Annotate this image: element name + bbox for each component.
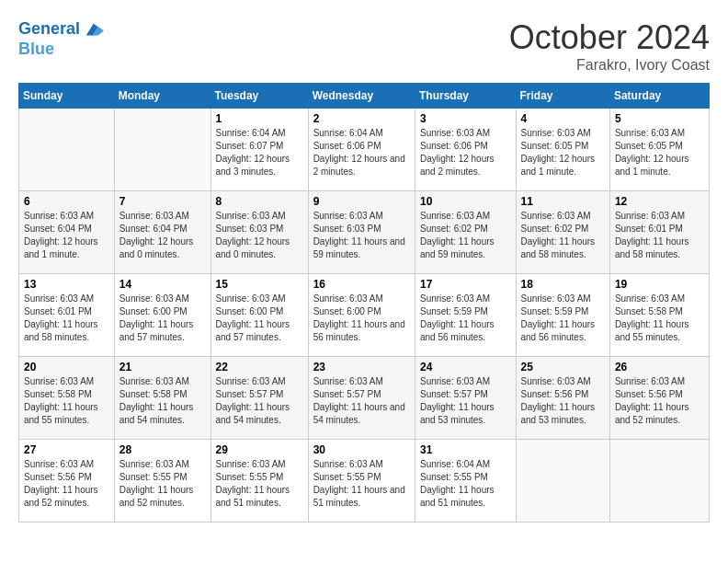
day-number: 11 [521,195,605,208]
calendar-table: SundayMondayTuesdayWednesdayThursdayFrid… [18,83,710,523]
calendar-cell [19,109,115,191]
day-info: Sunrise: 6:03 AM Sunset: 6:00 PM Dayligh… [313,293,410,344]
calendar-cell: 17Sunrise: 6:03 AM Sunset: 5:59 PM Dayli… [415,274,516,357]
day-info: Sunrise: 6:03 AM Sunset: 5:58 PM Dayligh… [119,375,206,427]
month-title: October 2024 [509,18,710,57]
day-info: Sunrise: 6:03 AM Sunset: 6:00 PM Dayligh… [216,293,303,344]
calendar-cell: 26Sunrise: 6:03 AM Sunset: 5:56 PM Dayli… [609,357,709,440]
calendar-cell: 28Sunrise: 6:03 AM Sunset: 5:55 PM Dayli… [114,440,210,523]
day-info: Sunrise: 6:03 AM Sunset: 6:04 PM Dayligh… [24,210,109,261]
calendar-cell: 3Sunrise: 6:03 AM Sunset: 6:06 PM Daylig… [415,109,516,191]
day-info: Sunrise: 6:03 AM Sunset: 5:58 PM Dayligh… [24,375,109,427]
calendar-cell: 8Sunrise: 6:03 AM Sunset: 6:03 PM Daylig… [210,191,308,274]
day-number: 14 [119,278,206,291]
day-info: Sunrise: 6:04 AM Sunset: 5:55 PM Dayligh… [420,458,511,510]
day-number: 21 [119,361,206,373]
day-info: Sunrise: 6:03 AM Sunset: 5:57 PM Dayligh… [313,375,410,427]
day-info: Sunrise: 6:03 AM Sunset: 6:05 PM Dayligh… [521,127,605,178]
calendar-cell: 12Sunrise: 6:03 AM Sunset: 6:01 PM Dayli… [609,191,709,274]
logo: GeneralBlue [18,18,104,59]
calendar-cell: 24Sunrise: 6:03 AM Sunset: 5:57 PM Dayli… [415,357,516,440]
day-info: Sunrise: 6:03 AM Sunset: 6:01 PM Dayligh… [615,210,704,261]
calendar-cell [609,440,709,523]
day-number: 8 [216,195,303,208]
day-info: Sunrise: 6:03 AM Sunset: 6:02 PM Dayligh… [420,210,511,261]
calendar-cell: 27Sunrise: 6:03 AM Sunset: 5:56 PM Dayli… [19,440,115,523]
calendar-cell: 5Sunrise: 6:03 AM Sunset: 6:05 PM Daylig… [609,109,709,191]
day-number: 6 [24,195,109,208]
weekday-header: Friday [516,84,609,109]
day-info: Sunrise: 6:03 AM Sunset: 6:03 PM Dayligh… [216,210,303,261]
day-info: Sunrise: 6:03 AM Sunset: 5:57 PM Dayligh… [420,375,511,427]
calendar-cell: 22Sunrise: 6:03 AM Sunset: 5:57 PM Dayli… [210,357,308,440]
day-number: 20 [24,361,109,373]
calendar-cell: 10Sunrise: 6:03 AM Sunset: 6:02 PM Dayli… [415,191,516,274]
title-block: October 2024 Farakro, Ivory Coast [509,18,710,74]
calendar-cell: 20Sunrise: 6:03 AM Sunset: 5:58 PM Dayli… [19,357,115,440]
calendar-cell: 6Sunrise: 6:03 AM Sunset: 6:04 PM Daylig… [19,191,115,274]
day-number: 19 [615,278,704,291]
day-info: Sunrise: 6:03 AM Sunset: 5:56 PM Dayligh… [24,458,109,510]
calendar-week-row: 6Sunrise: 6:03 AM Sunset: 6:04 PM Daylig… [19,191,710,274]
calendar-week-row: 13Sunrise: 6:03 AM Sunset: 6:01 PM Dayli… [19,274,710,357]
calendar-cell: 2Sunrise: 6:04 AM Sunset: 6:06 PM Daylig… [308,109,415,191]
page-header: GeneralBlue October 2024 Farakro, Ivory … [18,18,710,74]
calendar-cell: 14Sunrise: 6:03 AM Sunset: 6:00 PM Dayli… [114,274,210,357]
weekday-header: Saturday [609,84,709,109]
day-info: Sunrise: 6:03 AM Sunset: 5:56 PM Dayligh… [521,375,605,427]
day-info: Sunrise: 6:03 AM Sunset: 5:57 PM Dayligh… [216,375,303,427]
day-number: 2 [313,112,410,125]
calendar-week-row: 20Sunrise: 6:03 AM Sunset: 5:58 PM Dayli… [19,357,710,440]
calendar-cell: 16Sunrise: 6:03 AM Sunset: 6:00 PM Dayli… [308,274,415,357]
calendar-cell: 1Sunrise: 6:04 AM Sunset: 6:07 PM Daylig… [210,109,308,191]
day-info: Sunrise: 6:03 AM Sunset: 6:00 PM Dayligh… [119,293,206,344]
day-number: 12 [615,195,704,208]
day-info: Sunrise: 6:03 AM Sunset: 6:02 PM Dayligh… [521,210,605,261]
calendar-body: 1Sunrise: 6:04 AM Sunset: 6:07 PM Daylig… [19,109,710,523]
day-info: Sunrise: 6:03 AM Sunset: 6:04 PM Dayligh… [119,210,206,261]
day-number: 23 [313,361,410,373]
calendar-header-row: SundayMondayTuesdayWednesdayThursdayFrid… [19,84,710,109]
calendar-week-row: 27Sunrise: 6:03 AM Sunset: 5:56 PM Dayli… [19,440,710,523]
day-number: 27 [24,443,109,456]
calendar-cell: 21Sunrise: 6:03 AM Sunset: 5:58 PM Dayli… [114,357,210,440]
calendar-cell: 29Sunrise: 6:03 AM Sunset: 5:55 PM Dayli… [210,440,308,523]
day-info: Sunrise: 6:03 AM Sunset: 5:56 PM Dayligh… [615,375,704,427]
day-number: 18 [521,278,605,291]
day-number: 16 [313,278,410,291]
day-number: 28 [119,443,206,456]
logo-text: GeneralBlue [18,18,104,59]
weekday-header: Monday [114,84,210,109]
calendar-cell: 11Sunrise: 6:03 AM Sunset: 6:02 PM Dayli… [516,191,609,274]
calendar-cell: 15Sunrise: 6:03 AM Sunset: 6:00 PM Dayli… [210,274,308,357]
day-number: 26 [615,361,704,373]
day-number: 10 [420,195,511,208]
calendar-cell: 9Sunrise: 6:03 AM Sunset: 6:03 PM Daylig… [308,191,415,274]
day-number: 22 [216,361,303,373]
calendar-cell: 31Sunrise: 6:04 AM Sunset: 5:55 PM Dayli… [415,440,516,523]
day-info: Sunrise: 6:03 AM Sunset: 5:55 PM Dayligh… [313,458,410,510]
calendar-cell [516,440,609,523]
day-number: 13 [24,278,109,291]
day-number: 30 [313,443,410,456]
day-info: Sunrise: 6:03 AM Sunset: 5:58 PM Dayligh… [615,293,704,344]
day-info: Sunrise: 6:03 AM Sunset: 6:01 PM Dayligh… [24,293,109,344]
weekday-header: Tuesday [210,84,308,109]
day-number: 3 [420,112,511,125]
day-number: 7 [119,195,206,208]
day-number: 1 [216,112,303,125]
day-info: Sunrise: 6:03 AM Sunset: 5:55 PM Dayligh… [119,458,206,510]
calendar-cell: 13Sunrise: 6:03 AM Sunset: 6:01 PM Dayli… [19,274,115,357]
weekday-header: Thursday [415,84,516,109]
day-number: 5 [615,112,704,125]
day-number: 15 [216,278,303,291]
calendar-cell: 7Sunrise: 6:03 AM Sunset: 6:04 PM Daylig… [114,191,210,274]
calendar-cell: 23Sunrise: 6:03 AM Sunset: 5:57 PM Dayli… [308,357,415,440]
day-number: 17 [420,278,511,291]
day-info: Sunrise: 6:04 AM Sunset: 6:06 PM Dayligh… [313,127,410,178]
calendar-cell: 25Sunrise: 6:03 AM Sunset: 5:56 PM Dayli… [516,357,609,440]
day-info: Sunrise: 6:03 AM Sunset: 5:55 PM Dayligh… [216,458,303,510]
weekday-header: Wednesday [308,84,415,109]
day-number: 4 [521,112,605,125]
calendar-cell: 4Sunrise: 6:03 AM Sunset: 6:05 PM Daylig… [516,109,609,191]
